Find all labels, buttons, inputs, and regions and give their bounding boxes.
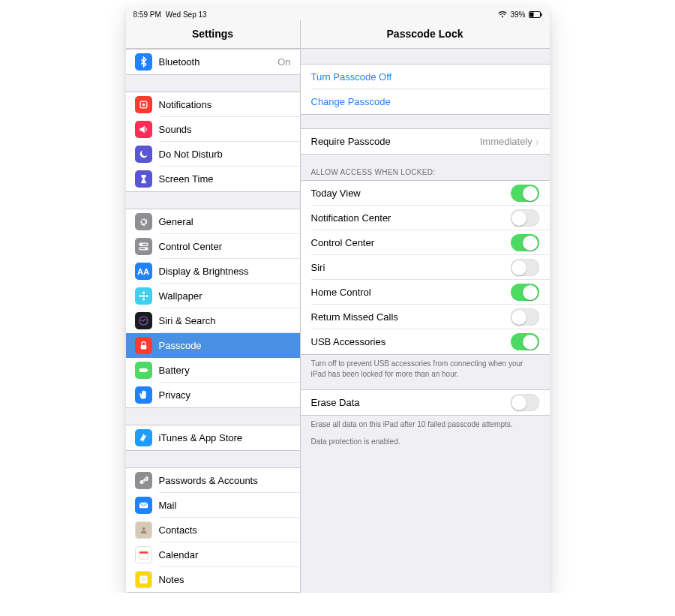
access-cc-toggle[interactable] (511, 234, 539, 251)
lock-icon (135, 337, 152, 354)
access-today-row[interactable]: Today View (301, 181, 550, 206)
sidebar-item-contacts[interactable]: Contacts (126, 518, 300, 542)
switches-icon (135, 238, 152, 255)
require-passcode-group: Require Passcode Immediately › (301, 128, 550, 155)
sidebar-item-label: Contacts (159, 524, 291, 536)
access-notif-toggle[interactable] (511, 209, 539, 227)
sidebar-item-passwords[interactable]: Passwords & Accounts (126, 468, 300, 493)
svg-rect-1 (530, 13, 533, 17)
turnoff-row[interactable]: Turn Passcode Off (301, 65, 550, 89)
sidebar-item-label: Passwords & Accounts (159, 475, 291, 486)
access-home-row[interactable]: Home Control (301, 280, 550, 305)
erase-label: Erase Data (311, 397, 511, 408)
sidebar-item-dnd[interactable]: Do Not Disturb (126, 142, 300, 167)
access-cc-row[interactable]: Control Center (301, 230, 550, 255)
svg-rect-17 (146, 369, 147, 371)
sidebar-item-value: On (278, 56, 290, 68)
sidebar-item-label: Battery (159, 365, 291, 376)
detail-pane: Passcode Lock Turn Passcode OffChange Pa… (301, 20, 550, 593)
sidebar-item-passcode[interactable]: Passcode (126, 333, 300, 358)
erase-data-group: Erase Data (301, 389, 550, 416)
svg-point-8 (145, 248, 146, 249)
svg-point-4 (142, 104, 145, 106)
sidebar-item-siri[interactable]: Siri & Search (126, 308, 300, 333)
hand-icon (135, 386, 152, 404)
settings-sidebar: Settings BluetoothOnNotificationsSoundsD… (126, 20, 301, 593)
access-usb-label: USB Accessories (311, 336, 511, 347)
sidebar-item-controlcenter[interactable]: Control Center (126, 234, 300, 259)
bell-icon (135, 96, 152, 113)
access-usb-toggle[interactable] (511, 333, 539, 350)
status-bar: 8:59 PM Wed Sep 13 39% (126, 8, 550, 20)
sidebar-item-sounds[interactable]: Sounds (126, 117, 300, 142)
access-sirit-row[interactable]: Siri (301, 255, 550, 280)
moon-icon (135, 146, 152, 163)
sidebar-item-label: Screen Time (159, 173, 291, 185)
sidebar-item-label: Bluetooth (159, 56, 278, 68)
svg-point-11 (142, 298, 144, 300)
access-today-toggle[interactable] (511, 185, 539, 202)
require-passcode-row[interactable]: Require Passcode Immediately › (301, 129, 550, 154)
sidebar-item-label: Siri & Search (159, 315, 291, 326)
erase-toggle[interactable] (511, 394, 539, 411)
appstore-icon (135, 429, 152, 446)
sidebar-item-label: Sounds (159, 124, 291, 135)
sidebar-item-itunes[interactable]: iTunes & App Store (126, 425, 300, 450)
key-icon (135, 472, 152, 489)
status-date: Wed Sep 13 (166, 11, 207, 19)
erase-data-row[interactable]: Erase Data (301, 390, 550, 415)
svg-point-9 (142, 295, 145, 298)
sidebar-item-calendar[interactable]: Calendar (126, 542, 300, 567)
sidebar-item-label: Passcode (159, 340, 291, 351)
svg-point-13 (146, 295, 148, 297)
sidebar-item-label: General (159, 216, 291, 227)
access-home-toggle[interactable] (511, 284, 539, 301)
turnoff-label: Turn Passcode Off (311, 71, 539, 83)
erase-footer: Erase all data on this iPad after 10 fai… (301, 416, 550, 433)
require-passcode-value: Immediately (480, 136, 532, 147)
flower-icon (135, 287, 152, 305)
access-sirit-toggle[interactable] (511, 259, 539, 276)
sidebar-item-label: Do Not Disturb (159, 149, 291, 160)
sidebar-item-privacy[interactable]: Privacy (126, 383, 300, 407)
bluetooth-icon (135, 53, 152, 71)
svg-rect-19 (139, 503, 147, 509)
access-missed-toggle[interactable] (511, 308, 539, 326)
contacts-icon (135, 521, 152, 539)
sidebar-item-label: Calendar (159, 549, 291, 560)
access-notif-row[interactable]: Notification Center (301, 206, 550, 230)
svg-point-18 (140, 480, 143, 484)
access-usb-row[interactable]: USB Accessories (301, 329, 550, 354)
sidebar-item-notifications[interactable]: Notifications (126, 92, 300, 117)
hourglass-icon (135, 170, 152, 188)
svg-point-10 (142, 292, 144, 294)
sidebar-item-mail[interactable]: Mail (126, 493, 300, 518)
calendar-icon (135, 546, 152, 563)
sidebar-item-battery[interactable]: Battery (126, 358, 300, 383)
change-row[interactable]: Change Passcode (301, 89, 550, 114)
sidebar-item-screentime[interactable]: Screen Time (126, 167, 300, 191)
notes-icon (135, 571, 152, 588)
access-cc-label: Control Center (311, 237, 511, 248)
sidebar-item-general[interactable]: General (126, 209, 300, 234)
battery-icon (135, 362, 152, 379)
chevron-right-icon: › (536, 136, 539, 148)
sidebar-item-label: Control Center (159, 241, 291, 252)
aa-icon: AA (135, 263, 152, 280)
allow-access-header: Allow Access When Locked: (301, 155, 550, 180)
sidebar-item-notes[interactable]: Notes (126, 567, 300, 592)
access-missed-row[interactable]: Return Missed Calls (301, 305, 550, 329)
sidebar-item-wallpaper[interactable]: Wallpaper (126, 284, 300, 308)
siri-icon (135, 312, 152, 329)
svg-point-7 (140, 244, 142, 245)
sidebar-item-label: Wallpaper (159, 290, 291, 302)
gear-icon (135, 213, 152, 230)
sidebar-item-display[interactable]: AADisplay & Brightness (126, 259, 300, 284)
protection-footer: Data protection is enabled. (301, 433, 550, 450)
sidebar-item-label: Notifications (159, 99, 291, 110)
svg-point-12 (139, 295, 141, 297)
sidebar-item-bluetooth[interactable]: BluetoothOn (126, 50, 300, 74)
allow-access-group: Today ViewNotification CenterControl Cen… (301, 180, 550, 355)
sidebar-item-label: iTunes & App Store (159, 432, 291, 443)
access-notif-label: Notification Center (311, 212, 511, 224)
